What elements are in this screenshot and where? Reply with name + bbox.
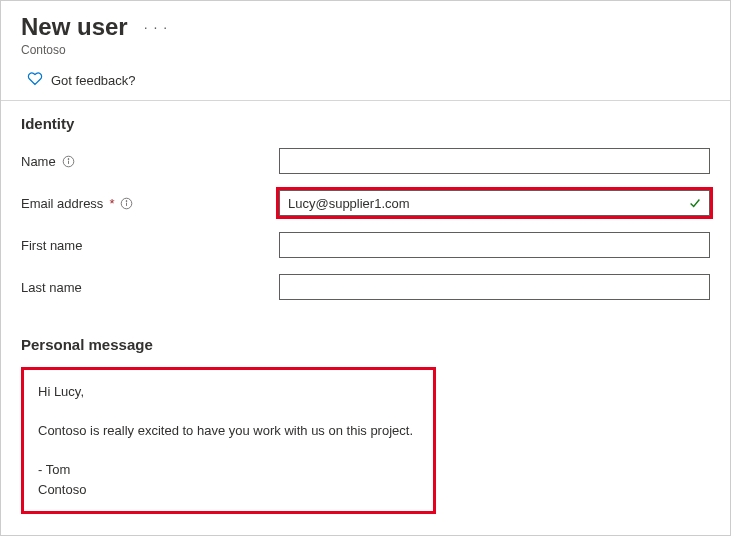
- label-first-name: First name: [21, 238, 279, 253]
- more-icon[interactable]: · · ·: [136, 20, 168, 34]
- divider: [1, 100, 730, 101]
- label-name-text: Name: [21, 154, 56, 169]
- feedback-text: Got feedback?: [51, 73, 136, 88]
- label-last-name: Last name: [21, 280, 279, 295]
- email-input[interactable]: [279, 190, 710, 216]
- label-last-name-text: Last name: [21, 280, 82, 295]
- section-title-message: Personal message: [21, 336, 710, 353]
- first-name-input[interactable]: [279, 232, 710, 258]
- feedback-link[interactable]: Got feedback?: [21, 69, 710, 100]
- svg-point-4: [126, 200, 127, 201]
- page-title: New user: [21, 13, 128, 41]
- required-marker: *: [109, 196, 114, 211]
- last-name-input[interactable]: [279, 274, 710, 300]
- info-icon[interactable]: [62, 155, 75, 168]
- svg-point-1: [68, 158, 69, 159]
- label-first-name-text: First name: [21, 238, 82, 253]
- name-input[interactable]: [279, 148, 710, 174]
- label-email-text: Email address: [21, 196, 103, 211]
- personal-message-box[interactable]: Hi Lucy, Contoso is really excited to ha…: [21, 367, 436, 514]
- check-icon: [688, 196, 702, 210]
- heart-icon: [27, 71, 43, 90]
- label-email: Email address *: [21, 196, 279, 211]
- info-icon[interactable]: [120, 197, 133, 210]
- section-title-identity: Identity: [21, 115, 710, 132]
- org-name: Contoso: [21, 43, 710, 57]
- label-name: Name: [21, 154, 279, 169]
